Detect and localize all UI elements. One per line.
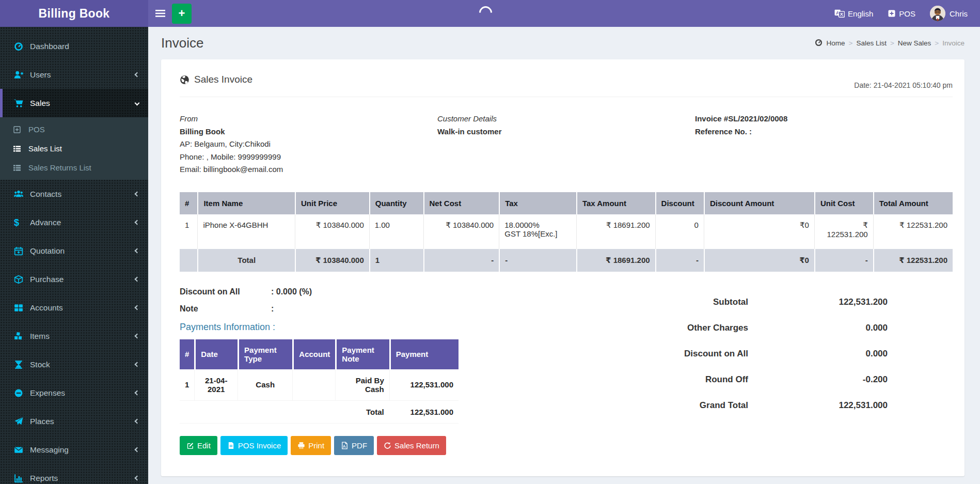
payments-row: 121-04-2021CashPaid By Cash122,531.000	[180, 369, 459, 401]
avatar	[930, 6, 945, 21]
sidebar-item-expenses[interactable]: Expenses	[0, 379, 148, 407]
payments-table: #DatePayment TypeAccountPayment NotePaym…	[180, 339, 459, 424]
breadcrumb-item-sales-list[interactable]: Sales List	[856, 39, 887, 47]
sidebar-item-stock[interactable]: Stock	[0, 350, 148, 379]
items-table-total-cell: 1	[369, 249, 423, 272]
items-table-total-cell: ₹ 18691.200	[576, 249, 655, 272]
sidebar-item-advance[interactable]: $Advance	[0, 208, 148, 237]
payments-cell	[292, 369, 335, 401]
items-table-header: #	[180, 192, 197, 214]
list-icon	[13, 164, 23, 172]
payments-cell: Paid By Cash	[335, 369, 389, 401]
sidebar-item-sales[interactable]: Sales	[0, 89, 148, 117]
pos-nav-button[interactable]: POS	[888, 9, 915, 18]
items-table-total-cell: -	[814, 249, 873, 272]
sales-return-button-label: Sales Return	[394, 441, 439, 450]
sidebar-subitem-pos[interactable]: POS	[0, 120, 148, 139]
print-button-label: Print	[308, 441, 324, 450]
page-title: Invoice	[161, 35, 203, 51]
app-logo[interactable]: Billing Book	[0, 0, 148, 27]
summary-label: Subtotal	[681, 297, 748, 307]
hamburger-icon	[155, 10, 165, 17]
payments-header: Payment Type	[238, 339, 292, 369]
payments-header: #	[180, 339, 194, 369]
language-menu[interactable]: A English	[834, 9, 873, 18]
top-navbar: Billing Book + A English POS	[0, 0, 980, 27]
items-table-header: Total Amount	[873, 192, 953, 214]
minus-circle-icon	[14, 388, 25, 398]
sidebar-item-accounts[interactable]: Accounts	[0, 293, 148, 322]
sidebar-item-label: Purchase	[30, 275, 64, 284]
chevron-left-icon	[135, 192, 140, 197]
items-table-header: Tax	[499, 192, 576, 214]
sidebar-subitem-sales-returns-list[interactable]: Sales Returns List	[0, 158, 148, 177]
edit-button[interactable]: Edit	[180, 436, 217, 455]
sidebar-item-places[interactable]: Places	[0, 407, 148, 435]
summary-value: 122,531.000	[748, 400, 888, 411]
undo-icon	[384, 442, 391, 449]
from-email: Email: billingbook@email.com	[180, 163, 437, 176]
payments-total-label: Total	[335, 401, 389, 424]
sidebar-item-messaging[interactable]: Messaging	[0, 435, 148, 464]
sidebar-subitem-sales-list[interactable]: Sales List	[0, 139, 148, 158]
payments-total-spacer	[238, 401, 292, 424]
invoice-date: Date: 21-04-2021 05:10:40 pm	[854, 74, 953, 89]
sales-return-button[interactable]: Sales Return	[377, 436, 446, 455]
sidebar-item-users[interactable]: Users	[0, 60, 148, 89]
cart-icon	[14, 99, 25, 108]
from-address: AP: Belgaum, City:Chikodi	[180, 138, 437, 151]
summary-row-other-charges: Other Charges0.000	[681, 315, 888, 341]
pos-invoice-button[interactable]: POS Invoice	[220, 436, 288, 455]
payments-total-value: 122,531.000	[389, 401, 459, 424]
summary-label: Other Charges	[681, 323, 748, 333]
quick-add-button[interactable]: +	[172, 4, 192, 24]
discount-on-all-label: Discount on All	[180, 287, 271, 296]
user-menu[interactable]: Chris	[930, 6, 968, 21]
discount-on-all-value: : 0.000 (%)	[271, 287, 312, 296]
sidebar-item-items[interactable]: Items	[0, 322, 148, 350]
items-table-header: Tax Amount	[576, 192, 655, 214]
users-group-icon	[14, 190, 25, 199]
items-table: #Item NameUnit PriceQuantityNet CostTaxT…	[180, 192, 953, 272]
reference-number: Reference No. :	[695, 126, 953, 138]
items-table-row: 1iPhone X-64GBHH₹ 103840.0001.00₹ 103840…	[180, 214, 953, 249]
sidebar-item-label: Contacts	[30, 190, 61, 199]
cube-icon	[14, 275, 25, 284]
summary-row-round-off: Round Off-0.200	[681, 367, 888, 393]
chevron-left-icon	[135, 391, 140, 396]
list-icon	[13, 145, 23, 153]
sidebar-item-quotation[interactable]: Quotation	[0, 237, 148, 265]
chevron-left-icon	[135, 220, 140, 225]
sidebar-item-contacts[interactable]: Contacts	[0, 180, 148, 208]
sidebar-item-purchase[interactable]: Purchase	[0, 265, 148, 293]
sidebar-item-label: Dashboard	[30, 42, 69, 51]
hourglass-icon	[14, 360, 25, 369]
invoice-heading-label: Sales Invoice	[194, 74, 252, 85]
sidebar-item-reports[interactable]: Reports	[0, 464, 148, 484]
from-name: Billing Book	[180, 126, 437, 138]
breadcrumb-item-new-sales[interactable]: New Sales	[898, 39, 931, 47]
from-label: From	[180, 113, 437, 126]
language-label: English	[848, 9, 873, 18]
items-table-total-cell: ₹ 103840.000	[295, 249, 369, 272]
items-table-cell: 1.00	[369, 214, 423, 249]
breadcrumb-item-home[interactable]: Home	[826, 39, 845, 47]
pdf-button[interactable]: PDF	[334, 436, 374, 455]
language-icon: A	[834, 9, 845, 18]
items-table-header: Discount	[655, 192, 704, 214]
invoice-number: Invoice #SL/2021/02/0008	[695, 113, 953, 126]
main-content: Invoice Home>Sales List>New Sales>Invoic…	[148, 27, 980, 484]
payments-total-spacer	[180, 401, 194, 424]
sidebar-item-dashboard[interactable]: Dashboard	[0, 32, 148, 60]
items-table-cell: ₹ 103840.000	[295, 214, 369, 249]
summary-value: 0.000	[748, 323, 888, 333]
sidebar-item-label: Stock	[30, 360, 50, 369]
print-button[interactable]: Print	[291, 436, 331, 455]
payments-total-row: Total122,531.000	[180, 401, 459, 424]
from-phone: Phone: , Mobile: 9999999999	[180, 151, 437, 164]
sidebar-toggle-button[interactable]	[148, 0, 172, 27]
th-large-icon	[14, 303, 25, 313]
plus-square-icon	[13, 126, 23, 134]
items-table-total-cell: -	[499, 249, 576, 272]
items-table-header: Unit Price	[295, 192, 369, 214]
